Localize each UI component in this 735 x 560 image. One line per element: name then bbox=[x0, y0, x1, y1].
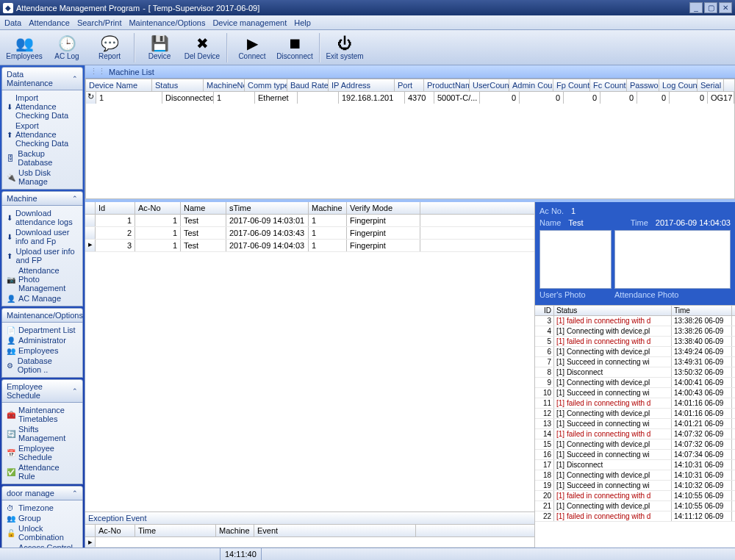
status-row[interactable]: 19[1] Succeed in connecting wi14:10:32 0… bbox=[535, 481, 735, 491]
menu-help[interactable]: Help bbox=[294, 18, 311, 27]
sb-item-department-list[interactable]: 📄Department List bbox=[5, 325, 79, 335]
sb-item-employee-schedule[interactable]: 📅Employee Schedule bbox=[5, 443, 79, 462]
toolbtn-del-device[interactable]: ✖Del Device bbox=[182, 32, 222, 64]
log-col-ac-no[interactable]: Ac-No bbox=[135, 202, 181, 214]
device-cell[interactable]: 4370 bbox=[405, 92, 434, 104]
device-col-log-count[interactable]: Log Count bbox=[659, 79, 698, 91]
log-col-verify-mode[interactable]: Verify Mode bbox=[347, 202, 420, 214]
sb-item-database-option-[interactable]: ⚙Database Option .. bbox=[5, 356, 79, 375]
device-cell[interactable]: Ethernet bbox=[255, 92, 298, 104]
status-row[interactable]: 4[1] Connecting with device,pl13:38:26 0… bbox=[535, 326, 735, 337]
log-col-machine[interactable]: Machine bbox=[309, 202, 347, 214]
status-row[interactable]: 5[1] failed in connecting with d13:38:40… bbox=[535, 337, 735, 347]
device-col-ip-address[interactable]: IP Address bbox=[329, 79, 395, 91]
device-cell[interactable]: 0 bbox=[564, 92, 600, 104]
log-col-id[interactable]: Id bbox=[96, 202, 135, 214]
toolbtn-employees[interactable]: 👥Employees bbox=[4, 32, 44, 64]
device-cell[interactable]: 0 bbox=[520, 92, 564, 104]
sb-item-maintenance-timetables[interactable]: 🧰Maintenance Timetables bbox=[5, 405, 79, 424]
sb-header-door-manage[interactable]: door manage⌃ bbox=[1, 486, 83, 500]
sb-item-backup-database[interactable]: 🗄Backup Database bbox=[5, 148, 79, 168]
exc-col[interactable]: Time bbox=[135, 525, 216, 536]
sb-item-shifts-management[interactable]: 🔄Shifts Management bbox=[5, 424, 79, 443]
device-col-productname[interactable]: ProductName bbox=[424, 79, 470, 91]
device-col-admin-count[interactable]: Admin Count bbox=[509, 79, 553, 91]
status-row[interactable]: 13[1] Succeed in connecting wi14:01:21 0… bbox=[535, 419, 735, 429]
close-button[interactable]: ✕ bbox=[719, 2, 732, 13]
toolbtn-exit-system[interactable]: ⏻Exit system bbox=[325, 32, 365, 64]
status-row[interactable]: 20[1] failed in connecting with d14:10:5… bbox=[535, 491, 735, 501]
device-cell[interactable]: 1 bbox=[96, 92, 162, 104]
status-row[interactable]: 8[1] Disconnect13:50:32 06-09 bbox=[535, 367, 735, 378]
sb-item-usb-disk-manage[interactable]: 🔌Usb Disk Manage bbox=[5, 168, 79, 187]
sb-item-download-attendance-logs[interactable]: ⬇Download attendance logs bbox=[5, 208, 79, 227]
menu-maintenance-options[interactable]: Maintenance/Options bbox=[129, 18, 205, 27]
minimize-button[interactable]: _ bbox=[689, 2, 703, 13]
log-col-stime[interactable]: sTime bbox=[226, 202, 309, 214]
status-col[interactable]: Time bbox=[672, 306, 732, 315]
device-cell[interactable] bbox=[298, 92, 339, 104]
sb-item-attendance-rule[interactable]: ✅Attendance Rule bbox=[5, 462, 79, 481]
log-col-name[interactable]: Name bbox=[181, 202, 226, 214]
sb-item-unlock-combination[interactable]: 🔓Unlock Combination bbox=[5, 523, 79, 542]
status-row[interactable]: 6[1] Connecting with device,pl13:49:24 0… bbox=[535, 347, 735, 357]
device-col-fc-count[interactable]: Fc Count bbox=[590, 79, 627, 91]
status-row[interactable]: 17[1] Disconnect14:10:31 06-09 bbox=[535, 460, 735, 470]
status-row[interactable]: 22[1] failed in connecting with d14:11:1… bbox=[535, 511, 735, 522]
device-cell[interactable]: 192.168.1.201 bbox=[339, 92, 405, 104]
status-col[interactable]: Status bbox=[554, 306, 672, 315]
status-row[interactable]: 3[1] failed in connecting with d13:38:26… bbox=[535, 316, 735, 326]
device-cell[interactable]: 1 bbox=[214, 92, 255, 104]
menu-attendance[interactable]: Attendance bbox=[29, 18, 70, 27]
device-col-comm-type[interactable]: Comm type bbox=[245, 79, 287, 91]
sb-item-attendance-photo-management[interactable]: 📷Attendance Photo Management bbox=[5, 265, 79, 293]
sb-item-group[interactable]: 👥Group bbox=[5, 513, 79, 523]
device-cell[interactable]: 0 bbox=[670, 92, 708, 104]
exc-col[interactable]: Event bbox=[254, 525, 416, 536]
log-row[interactable]: 11Test2017-06-09 14:03:011Fingerpint bbox=[85, 215, 534, 227]
device-col-device-name[interactable]: Device Name bbox=[86, 79, 152, 91]
status-row[interactable]: 18[1] Connecting with device,pl14:10:31 … bbox=[535, 470, 735, 481]
device-cell[interactable]: Disconnected bbox=[162, 92, 214, 104]
device-cell[interactable]: 0 bbox=[480, 92, 520, 104]
device-col-port[interactable]: Port bbox=[395, 79, 424, 91]
sb-header-employee-schedule[interactable]: Employee Schedule⌃ bbox=[1, 379, 83, 403]
status-row[interactable]: 7[1] Succeed in connecting wi13:49:31 06… bbox=[535, 357, 735, 367]
exc-col[interactable]: Ac-No bbox=[96, 525, 135, 536]
status-row[interactable]: 15[1] Connecting with device,pl14:07:32 … bbox=[535, 439, 735, 450]
sb-header-machine[interactable]: Machine⌃ bbox=[1, 191, 83, 206]
device-cell[interactable]: 0 bbox=[600, 92, 637, 104]
toolbtn-report[interactable]: 💬Report bbox=[90, 32, 129, 64]
status-row[interactable]: 16[1] Succeed in connecting wi14:07:34 0… bbox=[535, 450, 735, 460]
menu-search-print[interactable]: Search/Print bbox=[77, 18, 122, 27]
maximize-button[interactable]: ▢ bbox=[704, 2, 717, 13]
status-row[interactable]: 9[1] Connecting with device,pl14:00:41 0… bbox=[535, 378, 735, 388]
sb-item-ac-manage[interactable]: 👤AC Manage bbox=[5, 293, 79, 304]
sb-item-access-control-privilege[interactable]: 🔑Access Control Privilege bbox=[5, 542, 79, 548]
device-cell[interactable]: OG17 bbox=[708, 92, 734, 104]
device-cell[interactable]: 5000T-C/... bbox=[434, 92, 480, 104]
menu-data[interactable]: Data bbox=[4, 18, 21, 27]
device-col-serial[interactable]: Serial bbox=[698, 79, 724, 91]
toolbtn-ac-log[interactable]: 🕒AC Log bbox=[47, 32, 87, 64]
sb-item-administrator[interactable]: 👤Administrator bbox=[5, 335, 79, 345]
device-col-status[interactable]: Status bbox=[152, 79, 204, 91]
sb-header-data-maintenance[interactable]: Data Maintenance⌃ bbox=[1, 67, 83, 90]
status-col[interactable]: ID bbox=[535, 306, 554, 315]
sb-item-employees[interactable]: 👥Employees bbox=[5, 345, 79, 356]
device-col-machineno-[interactable]: MachineNo. bbox=[204, 79, 245, 91]
device-col-baud-rate[interactable]: Baud Rate bbox=[287, 79, 329, 91]
sb-item-timezone[interactable]: ⏱Timezone bbox=[5, 503, 79, 513]
sb-header-maintenance-options[interactable]: Maintenance/Options⌃ bbox=[1, 308, 83, 323]
sb-item-download-user-info-and-fp[interactable]: ⬇Download user info and Fp bbox=[5, 227, 79, 246]
sb-item-upload-user-info-and-fp[interactable]: ⬆Upload user info and FP bbox=[5, 246, 79, 265]
sb-item-export-attendance-checking-data[interactable]: ⬆Export Attendance Checking Data bbox=[5, 121, 79, 148]
status-row[interactable]: 21[1] Connecting with device,pl14:10:55 … bbox=[535, 501, 735, 511]
status-row[interactable]: 12[1] Connecting with device,pl14:01:16 … bbox=[535, 409, 735, 419]
sb-item-import-attendance-checking-data[interactable]: ⬇Import Attendance Checking Data bbox=[5, 93, 79, 121]
status-row[interactable]: 14[1] failed in connecting with d14:07:3… bbox=[535, 429, 735, 439]
device-col-passwo-[interactable]: Passwo.. bbox=[627, 79, 659, 91]
toolbtn-device[interactable]: 💾Device bbox=[140, 32, 179, 64]
status-row[interactable]: 10[1] Succeed in connecting wi14:00:43 0… bbox=[535, 388, 735, 398]
device-cell[interactable]: 0 bbox=[637, 92, 670, 104]
